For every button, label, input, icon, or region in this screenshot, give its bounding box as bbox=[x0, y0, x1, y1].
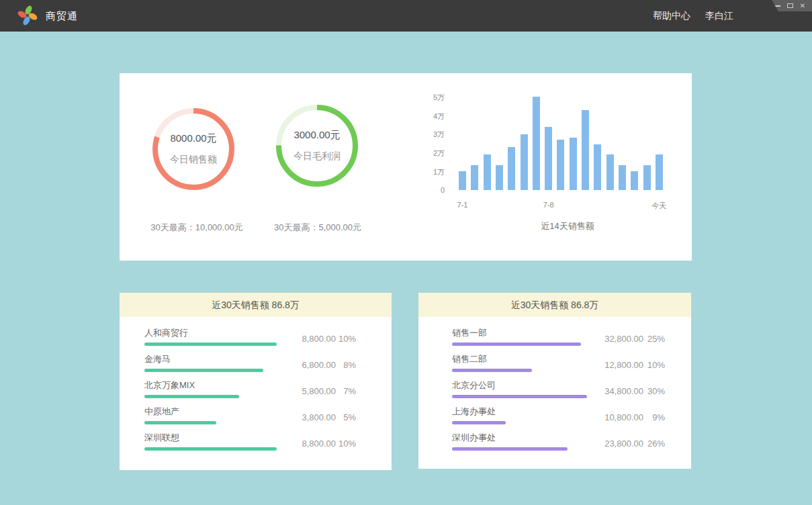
row-amount: 32,800.00 bbox=[584, 334, 643, 344]
maximize-icon bbox=[787, 3, 793, 8]
y-axis-tick: 3万 bbox=[415, 130, 445, 140]
row-progress-bar bbox=[452, 369, 532, 372]
row-values: 10,800.009% bbox=[584, 412, 665, 422]
row-percent: 5% bbox=[336, 412, 356, 422]
row-name: 北京万象MIX bbox=[144, 379, 195, 392]
row-progress-bar bbox=[452, 395, 587, 398]
row-values: 12,800.0010% bbox=[584, 360, 665, 370]
sales-bar bbox=[606, 154, 614, 190]
sales-bar bbox=[471, 165, 478, 190]
list-item: 深圳办事处23,800.0026% bbox=[418, 430, 691, 456]
row-amount: 8,800.00 bbox=[282, 439, 336, 449]
row-percent: 10% bbox=[336, 439, 356, 449]
sales-bar bbox=[594, 144, 601, 190]
list-item: 销售二部12,800.0010% bbox=[418, 351, 691, 377]
sales-bar bbox=[533, 97, 540, 190]
sales-bar bbox=[496, 165, 503, 190]
summary-card: 8000.00元今日销售额 30天最高：10,000.00元 3000.00元今… bbox=[120, 73, 692, 261]
y-axis-tick: 4万 bbox=[415, 111, 445, 122]
sales-bar bbox=[484, 154, 491, 190]
ranking-card-title: 近30天销售额 86.8万 bbox=[120, 293, 392, 317]
row-progress-bar bbox=[144, 395, 239, 398]
row-name: 北京分公司 bbox=[452, 379, 496, 392]
row-progress-bar bbox=[452, 421, 506, 424]
row-percent: 25% bbox=[643, 334, 665, 344]
row-values: 8,800.0010% bbox=[282, 439, 356, 449]
row-name: 销售二部 bbox=[452, 353, 487, 365]
row-amount: 10,800.00 bbox=[584, 412, 643, 422]
sales-bar bbox=[631, 171, 638, 190]
row-name: 中原地产 bbox=[144, 406, 179, 418]
y-axis-tick: 5万 bbox=[415, 93, 445, 103]
x-axis-tick: 7-8 bbox=[534, 201, 563, 209]
row-progress-bar bbox=[144, 421, 216, 424]
sales-bar bbox=[545, 127, 552, 190]
list-item: 上海办事处10,800.009% bbox=[418, 404, 691, 430]
departments-ranking-card: 近30天销售额 86.8万销售一部32,800.0025%销售二部12,800.… bbox=[418, 293, 691, 469]
sales-bar bbox=[643, 165, 651, 190]
minimize-button[interactable] bbox=[773, 2, 781, 10]
username-link[interactable]: 李白江 bbox=[705, 0, 733, 32]
list-item: 北京分公司34,800.0030% bbox=[418, 377, 691, 404]
minimize-icon bbox=[774, 5, 780, 7]
y-axis-tick: 0 bbox=[415, 186, 445, 194]
row-values: 34,800.0030% bbox=[584, 386, 665, 396]
row-name: 深圳办事处 bbox=[452, 432, 496, 444]
ranking-card-title: 近30天销售额 86.8万 bbox=[418, 293, 691, 317]
row-values: 23,800.0026% bbox=[584, 439, 665, 449]
sales-bar bbox=[521, 134, 528, 190]
row-name: 金海马 bbox=[144, 353, 171, 365]
row-values: 6,800.008% bbox=[282, 360, 356, 370]
row-values: 8,800.0010% bbox=[282, 334, 356, 344]
list-item: 销售一部32,800.0025% bbox=[418, 325, 691, 351]
row-percent: 26% bbox=[643, 439, 665, 449]
list-item: 金海马6,800.008% bbox=[120, 351, 392, 377]
recent-sales-bar-chart: 5万4万3万2万1万07-17-8今天近14天销售额 bbox=[120, 73, 692, 261]
row-name: 上海办事处 bbox=[452, 406, 496, 418]
sales-bar bbox=[459, 171, 466, 190]
row-amount: 23,800.00 bbox=[584, 439, 643, 449]
list-item: 中原地产3,800.005% bbox=[120, 404, 392, 430]
row-amount: 12,800.00 bbox=[584, 360, 643, 370]
row-percent: 10% bbox=[643, 360, 665, 370]
maximize-button[interactable] bbox=[786, 2, 794, 10]
row-progress-bar bbox=[144, 447, 277, 451]
sales-bar bbox=[570, 138, 577, 190]
list-item: 人和商贸行8,800.0010% bbox=[120, 325, 392, 351]
pinwheel-logo-icon bbox=[17, 5, 38, 26]
row-percent: 8% bbox=[336, 360, 356, 370]
sales-bar bbox=[619, 165, 626, 190]
row-percent: 10% bbox=[336, 334, 356, 344]
row-name: 深圳联想 bbox=[144, 432, 179, 444]
row-percent: 9% bbox=[643, 412, 665, 422]
help-center-link[interactable]: 帮助中心 bbox=[653, 0, 690, 32]
row-name: 人和商贸行 bbox=[144, 327, 188, 339]
bar-chart-caption: 近14天销售额 bbox=[521, 220, 615, 232]
row-amount: 5,800.00 bbox=[282, 386, 336, 396]
window-controls: ✕ bbox=[769, 0, 812, 11]
sales-bar bbox=[557, 140, 564, 190]
row-amount: 6,800.00 bbox=[282, 360, 336, 370]
row-values: 3,800.005% bbox=[282, 412, 356, 422]
row-progress-bar bbox=[144, 369, 263, 372]
y-axis-tick: 2万 bbox=[415, 148, 445, 158]
sales-bar bbox=[508, 147, 515, 190]
row-values: 5,800.007% bbox=[282, 386, 356, 396]
row-name: 销售一部 bbox=[452, 327, 487, 339]
row-progress-bar bbox=[452, 447, 568, 451]
row-progress-bar bbox=[144, 342, 277, 346]
sales-bar bbox=[582, 110, 589, 190]
close-button[interactable]: ✕ bbox=[799, 2, 807, 10]
titlebar: 商贸通 帮助中心 李白江 ✕ bbox=[0, 0, 812, 32]
ranking-rows: 人和商贸行8,800.0010%金海马6,800.008%北京万象MIX5,80… bbox=[120, 325, 392, 456]
list-item: 深圳联想8,800.0010% bbox=[120, 430, 392, 456]
close-icon: ✕ bbox=[800, 3, 805, 9]
app-title: 商贸通 bbox=[46, 0, 78, 32]
row-amount: 8,800.00 bbox=[282, 334, 336, 344]
row-amount: 34,800.00 bbox=[584, 386, 643, 396]
x-axis-tick: 7-1 bbox=[448, 201, 478, 209]
list-item: 北京万象MIX5,800.007% bbox=[120, 377, 392, 404]
row-percent: 7% bbox=[336, 386, 356, 396]
row-values: 32,800.0025% bbox=[584, 334, 665, 344]
ranking-rows: 销售一部32,800.0025%销售二部12,800.0010%北京分公司34,… bbox=[418, 325, 691, 456]
